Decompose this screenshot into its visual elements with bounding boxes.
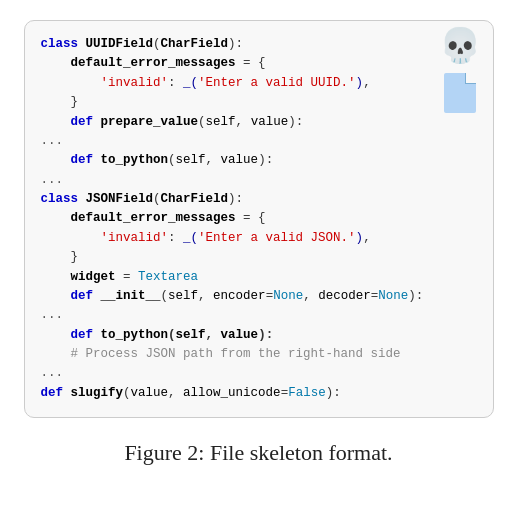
code-icons: 💀 (439, 31, 481, 113)
code-content: class UUIDField(CharField): default_erro… (41, 35, 477, 403)
file-icon (444, 73, 476, 113)
code-pre: class UUIDField(CharField): default_erro… (41, 35, 417, 403)
figure-caption: Figure 2: File skeleton format. (124, 440, 392, 466)
code-box: 💀 class UUIDField(CharField): default_er… (24, 20, 494, 418)
skull-icon: 💀 (439, 31, 481, 65)
